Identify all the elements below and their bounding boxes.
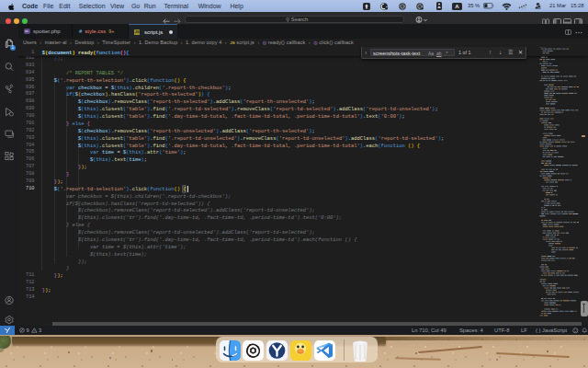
svg-text:A: A xyxy=(455,4,459,9)
